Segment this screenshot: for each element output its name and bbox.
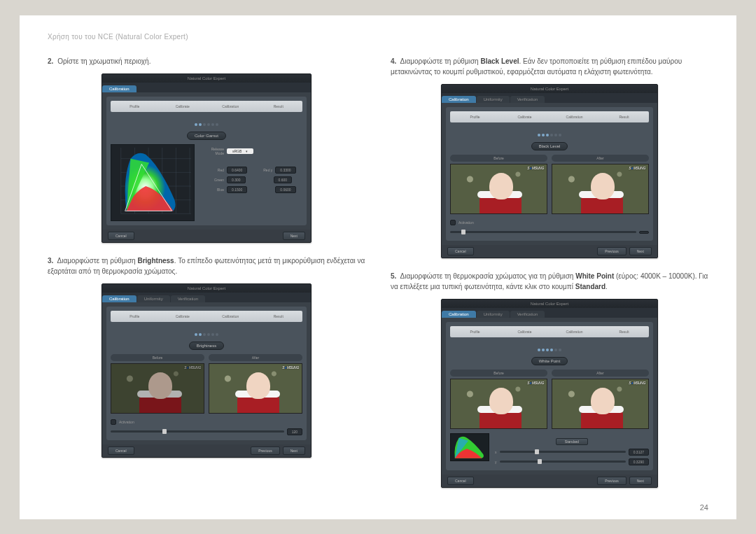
main-tabs: Calibration Uniformity Verification <box>442 308 657 318</box>
main-tabs: Calibration <box>102 83 311 92</box>
samsung-logo: S∧MSUNG <box>282 365 299 370</box>
brightness-slider[interactable] <box>111 430 284 433</box>
black-level-value[interactable] <box>639 231 649 234</box>
activation-checkbox[interactable] <box>450 220 456 225</box>
blue-row: Blue 0.1500 0.0600 <box>202 186 302 193</box>
activation-checkbox[interactable] <box>111 419 116 425</box>
samsung-logo: S∧MSUNG <box>629 166 645 170</box>
tab-calibration[interactable]: Calibration <box>442 96 476 103</box>
previous-button[interactable]: Previous <box>597 247 626 255</box>
wp-x-slider[interactable] <box>500 451 626 453</box>
section-pill: White Point <box>531 357 568 365</box>
release-mode-dropdown[interactable]: sRGB <box>227 148 253 154</box>
previous-button[interactable]: Previous <box>251 447 279 455</box>
samsung-logo: S∧MSUNG <box>184 365 201 370</box>
tab-calibration[interactable]: Calibration <box>442 311 476 318</box>
black-level-slider[interactable] <box>450 231 636 233</box>
panel: Profile Calibrate Calibration Result Col… <box>106 97 307 225</box>
after-label: After <box>552 370 649 377</box>
red-row: Red 0.6400 Red y 0.3300 <box>202 167 302 174</box>
green-y[interactable]: 0.600 <box>274 176 293 183</box>
step-number: 2. <box>48 57 53 65</box>
next-button[interactable]: Next <box>629 477 652 485</box>
after-image: S∧MSUNG <box>209 363 302 414</box>
cancel-button[interactable]: Cancel <box>108 447 134 455</box>
wizard-steps: Profile Calibrate Calibration Result <box>450 326 649 337</box>
tab-uniformity[interactable]: Uniformity <box>477 96 510 103</box>
before-image: S∧MSUNG <box>450 379 547 429</box>
screenshot-brightness: Natural Color Expert Calibration Uniform… <box>102 283 312 458</box>
step-4-text: 4. Διαμορφώστε τη ρύθμιση Black Level. Ε… <box>391 56 708 77</box>
wizard-steps: Profile Calibrate Calibration Result <box>111 311 302 322</box>
standard-button[interactable]: Standard <box>556 438 588 445</box>
before-label: Before <box>450 155 547 162</box>
cancel-button[interactable]: Cancel <box>108 232 134 240</box>
tab-uniformity[interactable]: Uniformity <box>477 311 510 318</box>
main-tabs: Calibration Uniformity Verification <box>442 93 657 103</box>
screenshot-color-gamut: Natural Color Expert Calibration Profile… <box>102 73 312 243</box>
dialog-footer: Cancel Previous Next <box>102 444 311 457</box>
brightness-value[interactable]: 120 <box>287 428 302 435</box>
page-number: 24 <box>48 503 708 512</box>
activation-label: Activation <box>119 420 134 424</box>
after-image: S∧MSUNG <box>552 164 649 214</box>
dialog-footer: Cancel Previous Next <box>442 245 657 258</box>
cancel-button[interactable]: Cancel <box>447 477 474 485</box>
previous-button[interactable]: Previous <box>597 477 626 485</box>
step-number: 4. <box>391 57 396 65</box>
tab-verification[interactable]: Verification <box>510 311 545 318</box>
before-after: Before S∧MSUNG After S∧MSUNG <box>450 370 649 429</box>
next-button[interactable]: Next <box>629 247 652 255</box>
wp-x-value[interactable]: 0.3127 <box>629 449 649 456</box>
wizard-steps: Profile Calibrate Calibration Result <box>450 111 649 122</box>
window-title: Natural Color Expert <box>102 74 311 83</box>
step-calibrate[interactable]: Calibrate <box>159 104 207 108</box>
section-pill: Brightness <box>189 342 224 350</box>
after-image: S∧MSUNG <box>552 379 649 429</box>
after-label: After <box>209 354 302 361</box>
red-y[interactable]: 0.3300 <box>275 167 295 174</box>
screenshot-white-point: Natural Color Expert Calibration Uniform… <box>441 299 658 488</box>
samsung-logo: S∧MSUNG <box>527 381 544 385</box>
brightness-slider-row: 120 <box>111 428 302 436</box>
panel: Profile Calibrate Calibration Result Bri… <box>106 307 307 440</box>
window-title: Natural Color Expert <box>102 284 311 293</box>
red-x[interactable]: 0.6400 <box>227 167 247 174</box>
blue-y[interactable]: 0.0600 <box>275 186 295 193</box>
left-column: 2. Ορίστε τη χρωματική περιοχή. Natural … <box>48 56 365 500</box>
wp-y-value[interactable]: 0.3290 <box>629 458 649 465</box>
tab-uniformity[interactable]: Uniformity <box>137 295 170 302</box>
step-5-text: 5. Διαμορφώστε τη θερμοκρασία χρώματος γ… <box>391 271 708 292</box>
gamut-area: Release Mode sRGB Red 0.6400 Red y 0.330… <box>111 144 302 221</box>
before-image: S∧MSUNG <box>111 363 204 414</box>
tab-calibration[interactable]: Calibration <box>102 295 136 302</box>
next-button[interactable]: Next <box>283 447 305 455</box>
window-title: Natural Color Expert <box>442 85 657 93</box>
step-profile[interactable]: Profile <box>111 104 159 108</box>
right-column: 4. Διαμορφώστε τη ρύθμιση Black Level. Ε… <box>391 56 708 500</box>
tab-verification[interactable]: Verification <box>510 96 545 103</box>
cancel-button[interactable]: Cancel <box>447 247 474 255</box>
section-pill: Black Level <box>531 142 568 150</box>
green-x[interactable]: 0.300 <box>227 176 246 183</box>
green-row: Green 0.300 0.600 <box>202 176 302 183</box>
main-tabs: Calibration Uniformity Verification <box>102 293 311 302</box>
step-body: Ορίστε τη χρωματική περιοχή. <box>57 57 150 65</box>
tab-verification[interactable]: Verification <box>171 295 205 302</box>
progress-dots <box>111 326 302 339</box>
step-result[interactable]: Result <box>255 104 303 108</box>
tab-calibration[interactable]: Calibration <box>102 85 136 92</box>
step-calibration[interactable]: Calibration <box>206 104 255 108</box>
blue-x[interactable]: 0.1500 <box>227 186 247 193</box>
activation-row: Activation <box>450 218 649 227</box>
gamut-controls: Release Mode sRGB Red 0.6400 Red y 0.330… <box>202 144 302 221</box>
progress-dots <box>111 116 302 129</box>
next-button[interactable]: Next <box>283 232 305 240</box>
activation-row: Activation <box>111 418 302 426</box>
before-after: Before S∧MSUNG After S∧MSUNG <box>450 155 649 214</box>
step-2-text: 2. Ορίστε τη χρωματική περιοχή. <box>48 56 365 66</box>
step-number: 3. <box>48 257 53 265</box>
progress-dots <box>450 342 649 354</box>
wp-y-slider[interactable] <box>500 461 626 463</box>
samsung-logo: S∧MSUNG <box>527 166 544 170</box>
